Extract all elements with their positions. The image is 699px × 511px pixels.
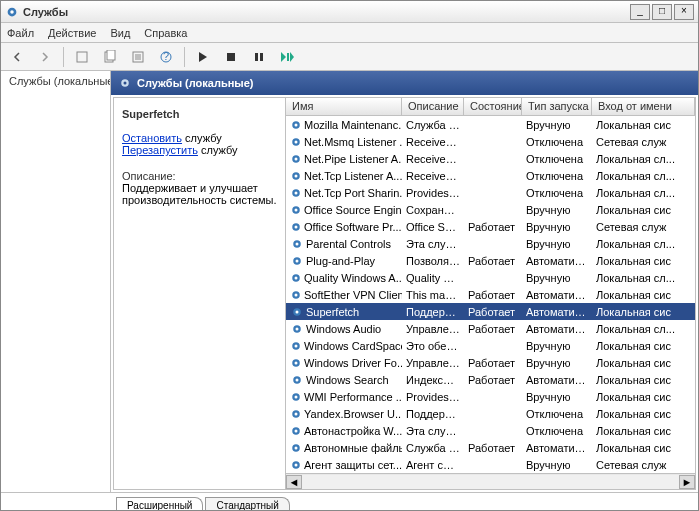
stop-link[interactable]: Остановить [122,132,182,144]
service-row[interactable]: Windows CardSpaceЭто обес...ВручнуюЛокал… [286,337,695,354]
pause-service-button[interactable] [247,46,271,68]
cell-desc: Индексир... [402,374,464,386]
service-icon [290,425,302,437]
service-row[interactable]: Yandex.Browser U...Поддерж...ОтключенаЛо… [286,405,695,422]
restart-link[interactable]: Перезапустить [122,144,198,156]
service-row[interactable]: Net.Tcp Listener A...Receives ...Отключе… [286,167,695,184]
scroll-left-button[interactable]: ◄ [286,475,302,489]
service-row[interactable]: Автонастройка W...Эта служ...ОтключенаЛо… [286,422,695,439]
cell-desc: Позволяе... [402,255,464,267]
list-header: Имя Описание Состояние Тип запуска Вход … [286,98,695,116]
start-service-button[interactable] [191,46,215,68]
cell-name: Parental Controls [286,238,402,250]
cell-logon: Локальная сис [592,442,695,454]
cell-desc: Служба п... [402,119,464,131]
close-button[interactable]: × [674,4,694,20]
cell-status: Работает [464,357,522,369]
svg-point-41 [296,327,299,330]
service-row[interactable]: Net.Tcp Port Sharin...Provides a...Отклю… [286,184,695,201]
left-tree-pane: Службы (локальные) [1,71,111,492]
service-icon [290,306,304,318]
description-text: Поддерживает и улучшает производительнос… [122,182,277,206]
menu-action[interactable]: Действие [48,27,96,39]
services-icon [5,5,19,19]
service-row[interactable]: Windows AudioУправлен...РаботаетАвтомати… [286,320,695,337]
service-row[interactable]: Mozilla Maintenanc...Служба п...ВручнуюЛ… [286,116,695,133]
refresh-button[interactable] [98,46,122,68]
service-list[interactable]: Mozilla Maintenanc...Служба п...ВручнуюЛ… [286,116,695,473]
svg-point-49 [295,395,298,398]
service-row[interactable]: Quality Windows A...Quality Wi...Вручную… [286,269,695,286]
tab-extended[interactable]: Расширенный [116,497,203,511]
forward-button[interactable] [33,46,57,68]
svg-rect-8 [227,53,235,61]
cell-startup: Отключена [522,136,592,148]
cell-name: Net.Msmq Listener ... [286,136,402,148]
col-header-status[interactable]: Состояние [464,98,522,115]
cell-name: Windows Search [286,374,402,386]
cell-desc: Provides p... [402,391,464,403]
service-icon [290,153,302,165]
col-header-desc[interactable]: Описание [402,98,464,115]
col-header-name[interactable]: Имя [286,98,402,115]
col-header-logon[interactable]: Вход от имени [592,98,695,115]
service-row[interactable]: Windows Driver Fo...Управлен...РаботаетВ… [286,354,695,371]
tree-item-services[interactable]: Службы (локальные) [5,75,106,87]
horizontal-scrollbar[interactable]: ◄ ► [286,473,695,489]
stop-service-button[interactable] [219,46,243,68]
service-row[interactable]: Net.Pipe Listener A...Receives ...Отключ… [286,150,695,167]
service-row[interactable]: Parental ControlsЭта служ...ВручнуюЛокал… [286,235,695,252]
cell-name: Office Source Engine [286,204,402,216]
cell-desc: Управлен... [402,323,464,335]
cell-desc: Служба а... [402,442,464,454]
export-button[interactable] [126,46,150,68]
help-button[interactable]: ? [154,46,178,68]
cell-name: Автонастройка W... [286,425,402,437]
cell-logon: Сетевая служ [592,221,695,233]
service-row[interactable]: Plug-and-PlayПозволяе...РаботаетАвтомати… [286,252,695,269]
minimize-button[interactable]: _ [630,4,650,20]
svg-point-1 [10,10,14,14]
cell-startup: Отключена [522,153,592,165]
cell-desc: Receives ... [402,136,464,148]
back-button[interactable] [5,46,29,68]
service-row[interactable]: Office Software Pr...Office Sof...Работа… [286,218,695,235]
service-row[interactable]: WMI Performance ...Provides p...ВручнуюЛ… [286,388,695,405]
cell-status: Работает [464,255,522,267]
cell-startup: Вручную [522,459,592,471]
service-row[interactable]: Windows SearchИндексир...РаботаетАвтомат… [286,371,695,388]
cell-name: Windows CardSpace [286,340,402,352]
cell-status: Работает [464,323,522,335]
service-icon [290,340,302,352]
scroll-track[interactable] [302,475,679,489]
svg-rect-10 [260,53,263,61]
svg-point-55 [295,446,298,449]
service-row[interactable]: Net.Msmq Listener ...Receives ...Отключе… [286,133,695,150]
scroll-right-button[interactable]: ► [679,475,695,489]
menu-file[interactable]: Файл [7,27,34,39]
tab-standard[interactable]: Стандартный [205,497,289,511]
cell-status: Работает [464,289,522,301]
cell-startup: Вручную [522,221,592,233]
col-header-startup[interactable]: Тип запуска [522,98,592,115]
titlebar: Службы _ □ × [1,1,698,23]
service-icon [290,170,302,182]
service-icon [290,289,302,301]
menu-help[interactable]: Справка [144,27,187,39]
svg-point-23 [295,174,298,177]
cell-logon: Локальная сис [592,289,695,301]
maximize-button[interactable]: □ [652,4,672,20]
service-row[interactable]: Автономные файлыСлужба а...РаботаетАвтом… [286,439,695,456]
svg-rect-2 [77,52,87,62]
cell-logon: Локальная сис [592,306,695,318]
svg-point-39 [296,310,299,313]
service-row[interactable]: Агент защиты сет...Агент слу...ВручнуюСе… [286,456,695,473]
cell-logon: Локальная сис [592,357,695,369]
menu-view[interactable]: Вид [110,27,130,39]
restart-service-button[interactable] [275,46,299,68]
service-row[interactable]: SoftEther VPN ClientThis mana...Работает… [286,286,695,303]
properties-button[interactable] [70,46,94,68]
service-row[interactable]: Office Source EngineСохранен...ВручнуюЛо… [286,201,695,218]
service-row[interactable]: SuperfetchПоддерж...РаботаетАвтоматиче..… [286,303,695,320]
cell-startup: Вручную [522,340,592,352]
